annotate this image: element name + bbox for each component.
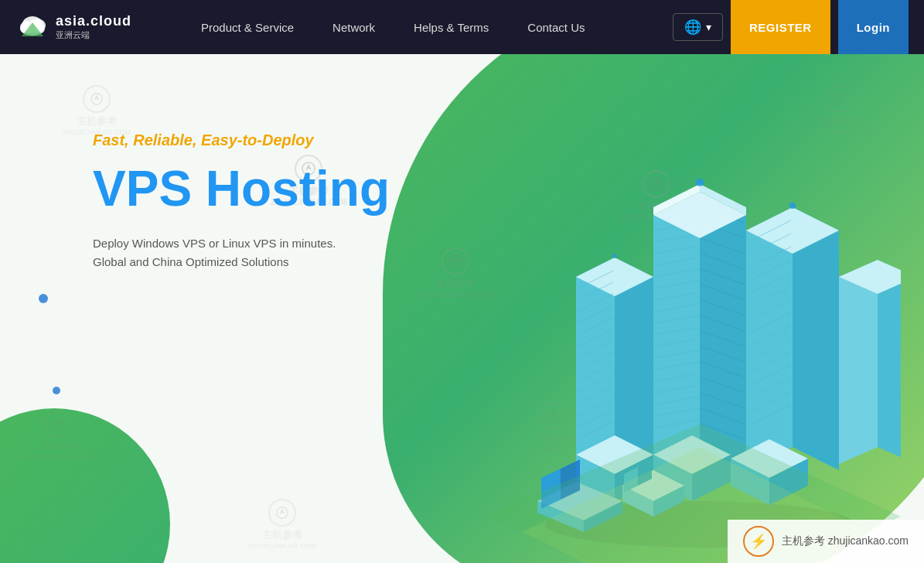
svg-marker-129 xyxy=(836,95,841,101)
logo-name: asia.cloud xyxy=(56,13,131,29)
logo-subtitle: 亚洲云端 xyxy=(56,29,131,41)
subtitle-line1: Deploy Windows VPS or Linux VPS in minut… xyxy=(93,237,336,250)
register-button[interactable]: REGISTER xyxy=(731,0,830,54)
globe-icon: 🌐 xyxy=(684,19,701,36)
nav-network[interactable]: Network xyxy=(317,15,390,40)
watermark-mid-left: 主机参考 ZHUJICANKAO.COM xyxy=(23,410,92,461)
bottom-wm-text: 主机参考 zhujicankao.com xyxy=(782,534,909,548)
svg-marker-121 xyxy=(279,509,285,514)
lang-chevron: ▾ xyxy=(706,21,711,33)
hero-subtitle: Deploy Windows VPS or Linux VPS in minut… xyxy=(93,234,390,271)
hero-tagline: Fast, Reliable, Easy-to-Deploy xyxy=(93,131,390,149)
nav-links: Product & Service Network Helps & Terms … xyxy=(186,15,673,40)
bottom-watermark-bar: ⚡ 主机参考 zhujicankao.com xyxy=(728,520,924,563)
nav-helps-terms[interactable]: Helps & Terms xyxy=(398,15,504,40)
nav-contact-us[interactable]: Contact Us xyxy=(512,15,600,40)
logo-text-container: asia.cloud 亚洲云端 xyxy=(56,13,131,41)
logo[interactable]: asia.cloud 亚洲云端 xyxy=(15,9,155,46)
subtitle-line2: Global and China Optimized Solutions xyxy=(93,255,288,268)
dot-1 xyxy=(39,294,48,303)
hero-illustration xyxy=(406,122,901,563)
nav-product-service[interactable]: Product & Service xyxy=(186,15,309,40)
logo-icon xyxy=(15,9,49,46)
svg-point-114 xyxy=(789,203,796,209)
watermark-bottom-center: 主机参考 ZHUJICANKAO.COM xyxy=(247,499,316,550)
language-button[interactable]: 🌐 ▾ xyxy=(673,13,723,41)
watermark-top-left-corner: 主机参考 ZHUJICANKAO.COM xyxy=(62,85,131,136)
svg-point-113 xyxy=(696,179,704,186)
hero-section: Fast, Reliable, Easy-to-Deploy VPS Hosti… xyxy=(0,54,924,563)
dot-2 xyxy=(53,387,60,394)
login-button[interactable]: Login xyxy=(838,0,909,54)
hero-content: Fast, Reliable, Easy-to-Deploy VPS Hosti… xyxy=(93,131,390,271)
navbar: asia.cloud 亚洲云端 Product & Service Networ… xyxy=(0,0,924,54)
bottom-wm-icon: ⚡ xyxy=(743,526,774,557)
nav-right: 🌐 ▾ REGISTER Login xyxy=(673,0,909,54)
hero-title: VPS Hosting xyxy=(93,162,390,216)
svg-marker-127 xyxy=(94,95,99,101)
svg-point-115 xyxy=(612,254,617,258)
svg-marker-117 xyxy=(55,420,60,425)
